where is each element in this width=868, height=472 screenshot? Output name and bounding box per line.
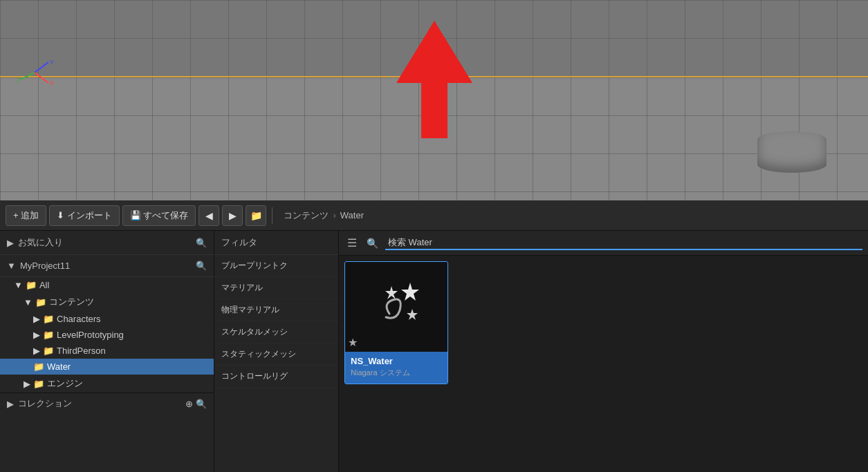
svg-text:Z: Z [17,77,21,84]
levelprototyping-folder-icon: 📁 [43,330,54,340]
red-arrow-annotation [396,21,472,138]
content-browser-toolbar: + 追加 ⬇ インポート 💾 すべて保存 ◀ ▶ 📁 コンテンツ › Water [0,200,868,231]
thirdperson-folder-icon: 📁 [43,346,54,356]
asset-grid: ★ NS_Water Niagara システム [339,256,868,472]
all-label: All [39,280,49,290]
tree-item-contents[interactable]: ▼ 📁 コンテンツ [0,293,214,311]
toolbar-separator [272,207,273,224]
search-icon[interactable]: 🔍 [364,236,381,250]
filter-header-label: フィルタ [221,237,257,247]
viewport-axis-gizmo: Y X Z [14,52,55,93]
asset-card-ns-water[interactable]: ★ NS_Water Niagara システム [344,261,448,384]
water-label: Water [47,361,71,372]
breadcrumb: コンテンツ › Water [278,209,369,222]
collections-chevron-icon: ▶ [7,399,14,409]
niagara-system-icon [365,276,427,338]
asset-type-label: Niagara システム [351,368,442,378]
favorites-search-icon[interactable]: 🔍 [196,238,207,248]
favorites-chevron-icon: ▶ [7,238,14,248]
asset-name-label: NS_Water [351,356,442,366]
breadcrumb-current[interactable]: Water [340,210,364,220]
thirdperson-chevron-icon: ▶ [33,346,40,356]
all-chevron-icon: ▼ [14,280,23,290]
engine-chevron-icon: ▶ [24,379,30,389]
svg-text:X: X [50,79,54,86]
tree-item-water[interactable]: 📁 Water [0,359,214,375]
collections-label: コレクション [18,397,72,410]
back-button[interactable]: ◀ [198,205,219,226]
filter-static-mesh-label: スタティックメッシ [221,348,296,360]
filter-skeletal-mesh-label: スケルタルメッシ [221,326,288,338]
filter-item-physics-material[interactable]: 物理マテリアル [214,299,338,321]
collections-add-icon[interactable]: ⊕ [185,399,193,409]
levelprototyping-label: LevelPrototyping [57,330,124,340]
engine-folder-icon: 📁 [33,379,44,389]
filter-panel: フィルタ ブループリントク マテリアル 物理マテリアル スケルタルメッシ スタテ… [214,231,339,472]
svg-marker-6 [401,283,419,301]
svg-line-2 [21,73,35,79]
tree-item-thirdperson[interactable]: ▶ 📁 ThirdPerson [0,343,214,359]
file-tree-panel: ▶ お気に入り 🔍 ▼ MyProject11 🔍 ▼ 📁 All ▼ [0,231,214,472]
filter-item-material[interactable]: マテリアル [214,277,338,299]
add-button[interactable]: + 追加 [6,205,46,226]
filter-blueprint-label: ブループリントク [221,260,288,272]
filter-item-control-rig[interactable]: コントロールリグ [214,366,338,388]
tree-item-all[interactable]: ▼ 📁 All [0,277,214,293]
tree-item-levelprototyping[interactable]: ▶ 📁 LevelPrototyping [0,327,214,343]
filter-item-blueprint[interactable]: ブループリントク [214,255,338,277]
breadcrumb-separator: › [333,210,335,220]
filter-item-static-mesh[interactable]: スタティックメッシ [214,343,338,366]
favorites-label: お気に入り [18,236,63,249]
project-section[interactable]: ▼ MyProject11 🔍 [0,255,214,277]
tree-item-characters[interactable]: ▶ 📁 Characters [0,311,214,327]
content-area: ▶ お気に入り 🔍 ▼ MyProject11 🔍 ▼ 📁 All ▼ [0,231,868,472]
asset-info-ns-water: NS_Water Niagara システム [345,352,447,384]
save-all-button[interactable]: 💾 すべて保存 [122,205,196,226]
contents-chevron-icon: ▼ [24,297,33,308]
collections-search-icon[interactable]: 🔍 [196,399,207,409]
characters-folder-icon: 📁 [43,314,54,324]
filter-physics-material-label: 物理マテリアル [221,304,279,316]
folder-button[interactable]: 📁 [246,205,266,226]
project-search-icon[interactable]: 🔍 [196,261,207,271]
characters-label: Characters [57,314,101,324]
engine-label: エンジン [47,377,83,390]
svg-text:Y: Y [50,59,54,66]
sort-filter-icon[interactable]: ☰ [344,235,360,251]
filter-panel-header: フィルタ [214,231,338,255]
filter-item-skeletal-mesh[interactable]: スケルタルメッシ [214,321,338,343]
svg-marker-8 [407,309,418,320]
breadcrumb-root[interactable]: コンテンツ [284,209,329,222]
contents-folder-icon: 📁 [35,297,46,308]
asset-thumbnail-ns-water: ★ [345,262,447,352]
main-content: ☰ 🔍 [339,231,868,472]
svg-marker-7 [385,286,398,299]
contents-label: コンテンツ [49,296,94,308]
collections-section[interactable]: ▶ コレクション ⊕ 🔍 [0,393,214,414]
bottom-panel: + 追加 ⬇ インポート 💾 すべて保存 ◀ ▶ 📁 コンテンツ › Water… [0,200,868,472]
thirdperson-label: ThirdPerson [57,346,106,356]
characters-chevron-icon: ▶ [33,314,40,324]
water-folder-icon: 📁 [33,361,44,372]
asset-starred-icon: ★ [348,336,358,349]
3d-viewport: Y X Z [0,0,868,200]
svg-line-0 [35,62,48,73]
all-folder-icon: 📁 [26,280,37,290]
svg-line-1 [35,73,48,83]
favorites-section[interactable]: ▶ お気に入り 🔍 [0,231,214,255]
import-button[interactable]: ⬇ インポート [49,205,120,226]
filter-material-label: マテリアル [221,282,263,294]
viewport-cylinder-object [757,131,827,173]
filter-control-rig-label: コントロールリグ [221,370,288,382]
forward-button[interactable]: ▶ [222,205,243,226]
search-bar: ☰ 🔍 [339,231,868,256]
project-chevron-icon: ▼ [7,261,16,271]
project-label: MyProject11 [20,261,70,271]
search-input[interactable] [385,236,862,250]
levelprototyping-chevron-icon: ▶ [33,330,40,340]
tree-item-engine[interactable]: ▶ 📁 エンジン [0,375,214,393]
